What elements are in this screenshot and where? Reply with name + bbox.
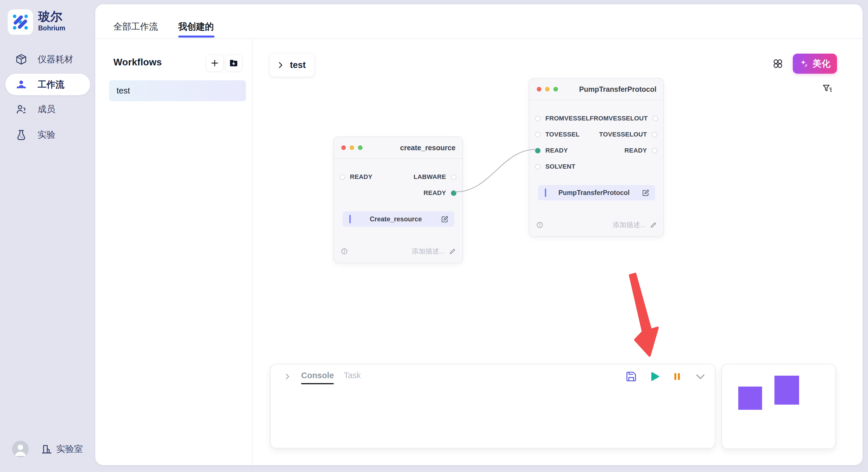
sidebar-item-label: 仪器耗材 [38, 53, 73, 65]
port-row: READY READY [529, 142, 663, 159]
ports-section: FROMVESSEL FROMVESSELOUT TOVESSEL TOVESS… [529, 100, 663, 175]
port-label: READY [423, 189, 446, 197]
port-label: READY [624, 147, 647, 154]
node-title: create_resource [400, 144, 456, 152]
description-placeholder[interactable]: 添加描述... [412, 247, 456, 256]
window-dot-green [553, 87, 558, 92]
port-label: FROMVESSEL [546, 115, 590, 122]
node-title: PumpTransferProtocol [579, 85, 657, 94]
workflow-list-item-test[interactable]: test [109, 80, 246, 101]
port-label: SOLVENT [546, 163, 575, 170]
output-port-ready[interactable] [451, 191, 456, 196]
console-tab-underline [301, 383, 334, 384]
run-icon[interactable] [648, 370, 661, 383]
node-action-pill[interactable]: Create_resource [342, 211, 454, 227]
input-port-ready[interactable] [535, 148, 540, 154]
info-icon[interactable] [341, 248, 348, 255]
console-expand-icon[interactable] [283, 372, 291, 380]
sidebar-item-label: 工作流 [38, 78, 64, 91]
window-dots [341, 145, 363, 150]
brand-name-cn: 玻尔 [38, 9, 65, 24]
port-row: READY LABWARE [334, 169, 462, 185]
node-footer: 添加描述... [536, 220, 657, 229]
window-dot-red [537, 87, 541, 92]
package-icon [15, 53, 27, 65]
node-pump-transfer-protocol[interactable]: PumpTransferProtocol FROMVESSEL FROMVESS… [529, 78, 664, 237]
input-port-fromvessel[interactable] [535, 116, 540, 121]
port-label: TOVESSEL [546, 131, 580, 138]
output-port-fromvesselout[interactable] [653, 116, 658, 121]
breadcrumb[interactable]: test [270, 53, 315, 77]
input-port-tovessel[interactable] [535, 132, 540, 137]
active-tab-underline [178, 36, 214, 38]
port-label: FROMVESSELOUT [590, 115, 648, 122]
clover-icon[interactable] [772, 58, 783, 69]
task-tab[interactable]: Task [344, 371, 361, 380]
pause-icon[interactable] [671, 370, 684, 383]
sidebar-item-consumables[interactable]: 仪器耗材 [5, 48, 90, 70]
port-row: TOVESSEL TOVESSELOUT [529, 127, 663, 142]
building-icon [41, 443, 52, 455]
user-avatar[interactable] [12, 441, 29, 458]
node-action-pill[interactable]: PumpTransferProtocol [538, 185, 655, 200]
lab-label: 实验室 [56, 443, 83, 455]
window-dot-green [358, 145, 363, 150]
minimap-node-rect [774, 376, 799, 405]
brand-logo-icon [8, 9, 33, 35]
add-workflow-button[interactable] [206, 55, 223, 72]
app-root: 玻尔 Bohrium 仪器耗材 工作流 [0, 0, 868, 472]
pill-label: PumpTransferProtocol [546, 189, 642, 197]
collapse-icon[interactable] [694, 370, 707, 383]
description-placeholder[interactable]: 添加描述... [613, 220, 657, 229]
port-row: READY [334, 185, 462, 201]
pencil-icon [650, 222, 657, 229]
edit-icon[interactable] [441, 215, 448, 223]
window-dot-yellow [545, 87, 550, 92]
node-create-resource[interactable]: create_resource READY LABWARE READY [333, 136, 463, 263]
port-row: SOLVENT [529, 159, 663, 175]
brand-name-en: Bohrium [38, 24, 65, 32]
ports-section: READY LABWARE READY [334, 159, 462, 201]
beautify-button[interactable]: 美化 [793, 54, 837, 74]
import-workflow-button[interactable] [225, 55, 242, 72]
folder-download-icon [229, 58, 239, 68]
workflow-icon [15, 78, 27, 91]
save-icon[interactable] [625, 370, 638, 383]
port-label: READY [546, 147, 568, 154]
port-label: LABWARE [414, 173, 446, 181]
output-port-tovesselout[interactable] [652, 132, 657, 137]
lab-switcher[interactable]: 实验室 [41, 443, 83, 455]
port-row: FROMVESSEL FROMVESSELOUT [529, 110, 663, 127]
edit-icon[interactable] [642, 189, 650, 197]
sidebar-item-label: 成员 [38, 103, 55, 115]
sidebar-item-workflows[interactable]: 工作流 [5, 74, 90, 95]
sidebar-footer: 实验室 [12, 441, 83, 458]
plus-icon [210, 58, 220, 68]
experiment-icon [15, 129, 27, 141]
input-port-solvent[interactable] [535, 164, 540, 169]
workflows-panel-title: Workflows [113, 57, 162, 68]
sidebar-item-members[interactable]: 成员 [5, 98, 90, 120]
tab-my-created[interactable]: 我创建的 [178, 21, 214, 33]
sidebar: 玻尔 Bohrium 仪器耗材 工作流 [0, 0, 95, 472]
sparkles-icon [799, 59, 809, 69]
filter-icon[interactable] [822, 83, 833, 94]
chevron-right-icon [276, 61, 285, 69]
breadcrumb-label: test [290, 60, 306, 70]
brand-logo[interactable]: 玻尔 Bohrium [8, 9, 65, 35]
output-port-ready[interactable] [652, 148, 657, 154]
sidebar-item-experiments[interactable]: 实验 [5, 124, 90, 145]
console-tab[interactable]: Console [301, 371, 334, 384]
info-icon[interactable] [536, 222, 544, 229]
output-port-labware[interactable] [451, 174, 456, 180]
tab-divider [95, 38, 863, 39]
members-icon [15, 103, 27, 115]
tab-all-workflows[interactable]: 全部工作流 [113, 21, 158, 33]
input-port-ready[interactable] [340, 174, 345, 180]
node-header: PumpTransferProtocol [529, 78, 663, 100]
panel-divider [252, 39, 253, 465]
window-dot-red [341, 145, 346, 150]
minimap[interactable] [721, 364, 836, 449]
port-label: TOVESSELOUT [599, 131, 647, 138]
port-label: READY [350, 173, 373, 181]
